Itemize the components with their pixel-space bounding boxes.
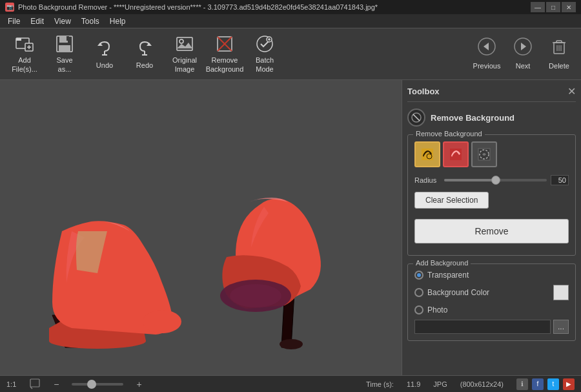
maximize-button[interactable]: □ xyxy=(546,2,560,12)
keep-tool-button[interactable] xyxy=(414,141,440,167)
facebook-icon[interactable]: f xyxy=(532,378,544,390)
delete-button[interactable]: Delete xyxy=(542,32,576,76)
transparent-label: Transparent xyxy=(427,271,569,280)
transparent-radio[interactable] xyxy=(414,271,423,280)
next-label: Next xyxy=(516,62,531,70)
svg-point-36 xyxy=(143,310,181,333)
original-image-button[interactable]: OriginalImage xyxy=(165,32,204,76)
undo-button[interactable]: Undo xyxy=(85,32,124,76)
status-social: ℹ f t ▶ xyxy=(516,378,575,390)
remove-button[interactable]: Remove xyxy=(414,219,569,243)
next-icon xyxy=(514,37,532,59)
tool-buttons xyxy=(414,141,569,167)
time-value: 11.9 xyxy=(407,380,420,388)
svg-rect-30 xyxy=(556,41,562,43)
delete-icon xyxy=(550,37,568,59)
info-icon[interactable]: ℹ xyxy=(516,378,528,390)
toolbox-header: Toolbox ✕ xyxy=(407,85,576,102)
add-files-label: AddFile(s)... xyxy=(12,56,37,73)
window-title: Photo Background Remover - ****Unregiste… xyxy=(18,3,378,11)
svg-marker-27 xyxy=(521,43,526,50)
undo-icon xyxy=(94,38,115,59)
photo-path-input[interactable] xyxy=(414,320,551,334)
zoom-icon xyxy=(29,378,41,391)
title-bar: 📷 Photo Background Remover - ****Unregis… xyxy=(0,0,581,14)
zoom-plus[interactable]: + xyxy=(136,379,141,389)
title-bar-left: 📷 Photo Background Remover - ****Unregis… xyxy=(5,3,378,12)
close-button[interactable]: ✕ xyxy=(562,2,576,12)
previous-icon xyxy=(478,37,496,59)
menu-help[interactable]: Help xyxy=(105,15,131,27)
add-files-button[interactable]: AddFile(s)... xyxy=(5,32,44,76)
add-files-icon xyxy=(14,34,35,54)
svg-rect-44 xyxy=(450,149,462,160)
delete-label: Delete xyxy=(549,62,569,70)
shoe-image xyxy=(14,102,388,354)
main-area: Toolbox ✕ Remove Background Remove Backg… xyxy=(0,80,581,375)
magic-tool-button[interactable] xyxy=(471,141,497,167)
remove-background-icon xyxy=(214,34,235,54)
color-swatch[interactable] xyxy=(553,285,569,300)
svg-marker-25 xyxy=(484,43,489,50)
title-bar-controls: — □ ✕ xyxy=(531,2,576,12)
remove-background-label: RemoveBackground xyxy=(206,56,244,73)
zoom-slider[interactable] xyxy=(72,383,123,386)
previous-button[interactable]: Previous xyxy=(470,32,504,76)
format-value: JPG xyxy=(433,380,447,388)
remove-bg-header: Remove Background xyxy=(407,108,576,127)
zoom-value: 1:1 xyxy=(6,380,16,388)
svg-point-37 xyxy=(280,339,303,349)
photo-radio[interactable] xyxy=(414,305,423,315)
redo-label: Redo xyxy=(136,61,153,70)
menu-view[interactable]: View xyxy=(49,15,76,27)
menu-file[interactable]: File xyxy=(3,15,25,27)
bg-color-label: Background Color xyxy=(427,288,549,297)
svg-rect-1 xyxy=(16,38,21,41)
dimensions-value: (800x612x24) xyxy=(460,380,504,388)
photo-label: Photo xyxy=(427,305,569,315)
svg-rect-7 xyxy=(66,36,69,41)
browse-button[interactable]: ... xyxy=(553,320,569,334)
save-as-icon xyxy=(54,34,75,54)
remove-tool-button[interactable] xyxy=(443,141,469,167)
remove-bg-section: Remove Background xyxy=(407,134,576,256)
bg-color-radio-row: Background Color xyxy=(414,285,569,300)
canvas-area[interactable] xyxy=(0,80,402,375)
remove-background-button[interactable]: RemoveBackground xyxy=(205,32,244,76)
transparent-radio-row: Transparent xyxy=(414,271,569,280)
previous-label: Previous xyxy=(473,62,501,70)
shoe-display xyxy=(7,99,394,357)
toolbox-close-button[interactable]: ✕ xyxy=(567,85,576,98)
bg-color-radio[interactable] xyxy=(414,288,423,297)
menu-bar: File Edit View Tools Help xyxy=(0,14,581,28)
twitter-icon[interactable]: t xyxy=(547,378,559,390)
redo-button[interactable]: Redo xyxy=(125,32,164,76)
original-image-icon xyxy=(174,34,195,54)
menu-edit[interactable]: Edit xyxy=(25,15,49,27)
save-as-button[interactable]: Saveas... xyxy=(45,32,84,76)
radius-slider-row: Radius 50 xyxy=(414,175,569,185)
photo-radio-row: Photo xyxy=(414,305,569,315)
toolbar-nav: Previous Next De xyxy=(470,32,576,76)
redo-icon xyxy=(134,38,155,59)
minimize-button[interactable]: — xyxy=(531,2,545,12)
radius-value: 50 xyxy=(551,175,569,185)
clear-selection-button[interactable]: Clear Selection xyxy=(414,192,489,209)
next-button[interactable]: Next xyxy=(506,32,540,76)
toolbox-title: Toolbox xyxy=(407,87,440,96)
time-label: Time (s): xyxy=(366,380,394,388)
svg-line-41 xyxy=(413,114,420,121)
radius-slider-fill xyxy=(444,179,496,181)
zoom-minus[interactable]: − xyxy=(54,379,59,389)
remove-bg-circle-icon xyxy=(407,108,425,127)
toolbox-panel: Toolbox ✕ Remove Background Remove Backg… xyxy=(402,80,581,375)
radius-slider-thumb[interactable] xyxy=(491,176,500,185)
batch-mode-icon xyxy=(254,34,275,54)
menu-tools[interactable]: Tools xyxy=(76,15,105,27)
add-bg-section: Add Background Transparent Background Co… xyxy=(407,263,576,341)
save-as-label: Saveas... xyxy=(56,56,72,73)
radius-slider-container[interactable] xyxy=(444,179,547,181)
youtube-icon[interactable]: ▶ xyxy=(563,378,575,390)
batch-mode-button[interactable]: BatchMode xyxy=(245,32,284,76)
radius-slider-track xyxy=(444,179,547,181)
